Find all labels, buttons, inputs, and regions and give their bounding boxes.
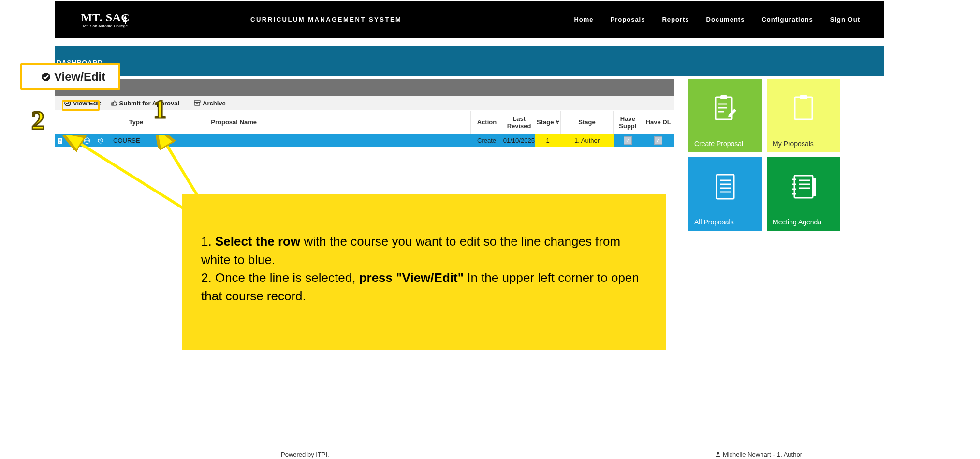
svg-point-39 <box>717 452 719 455</box>
row-stage: 1. Author <box>560 134 614 147</box>
table-header: Type Proposal Name Action Last Revised S… <box>55 111 674 135</box>
brand-subtitle: Mt. San Antonio College <box>83 24 128 28</box>
footer-sep: - <box>773 451 775 458</box>
row-have-dl: ✓ <box>642 134 674 147</box>
tile-my-proposals[interactable]: My Proposals <box>767 79 840 152</box>
svg-line-38 <box>76 141 198 218</box>
submit-approval-label: Submit for Approval <box>119 100 179 107</box>
dashboard-tiles: Create Proposal My Proposals All Proposa… <box>688 79 840 231</box>
callout-viewedit-label: View/Edit <box>54 70 105 84</box>
archive-label: Archive <box>203 100 226 107</box>
instr-2-bold: press "View/Edit" <box>359 270 464 285</box>
footer-user-role: 1. Author <box>777 451 802 458</box>
svg-rect-21 <box>800 95 807 99</box>
document-icon[interactable] <box>57 137 63 144</box>
nav-links: Home Proposals Reports Documents Configu… <box>574 16 860 23</box>
col-name[interactable]: Proposal Name <box>167 111 471 134</box>
tile-create-proposal[interactable]: Create Proposal <box>688 79 762 152</box>
checked-icon: ✓ <box>624 136 632 145</box>
nav-signout[interactable]: Sign Out <box>830 16 860 23</box>
svg-point-36 <box>42 73 50 81</box>
nav-proposals[interactable]: Proposals <box>611 16 645 23</box>
row-action: Create <box>470 134 503 147</box>
brand-logo: MT. SAC Mt. San Antonio College <box>55 12 156 28</box>
tile-create-label: Create Proposal <box>694 140 743 148</box>
instruction-line-1: 1. Select the row with the course you wa… <box>201 233 642 269</box>
instr-1-prefix: 1. <box>201 234 215 249</box>
col-name-label: Proposal Name <box>211 119 257 126</box>
instr-2-prefix: 2. Once the line is selected, <box>201 270 359 285</box>
callout-viewedit-box: View/Edit <box>20 63 120 90</box>
check-circle-icon <box>41 72 51 82</box>
footer: Powered by ITPI. Michelle Newhart - 1. A… <box>55 449 884 459</box>
tile-agenda-label: Meeting Agenda <box>773 218 821 226</box>
history-icon[interactable] <box>97 137 104 144</box>
row-have-suppl: ✓ <box>614 134 642 147</box>
svg-rect-0 <box>125 22 126 24</box>
archive-button[interactable]: Archive <box>194 100 226 107</box>
footer-powered-by: Powered by ITPI. <box>281 451 329 458</box>
annotation-number-1: 1 <box>153 96 166 122</box>
dashboard-bar: DASHBOARD <box>55 46 884 76</box>
clipboard-pencil-icon <box>713 94 737 122</box>
col-stage[interactable]: Stage <box>561 111 614 134</box>
col-have-dl[interactable]: Have DL <box>642 111 674 134</box>
nav-home[interactable]: Home <box>574 16 593 23</box>
checked-icon: ✓ <box>654 136 662 145</box>
tile-my-label: My Proposals <box>773 140 814 148</box>
row-name <box>168 134 471 147</box>
globe-icon[interactable] <box>84 137 90 144</box>
print-icon[interactable] <box>70 137 77 144</box>
row-stage-number: 1 <box>535 134 561 147</box>
tile-all-proposals[interactable]: All Proposals <box>688 157 762 231</box>
notebook-icon <box>790 174 817 200</box>
col-stage-number[interactable]: Stage # <box>535 111 560 134</box>
svg-rect-16 <box>720 95 727 99</box>
logo-tree-icon <box>120 15 130 24</box>
col-have-suppl[interactable]: Have Suppl <box>614 111 642 134</box>
footer-user-block: Michelle Newhart - 1. Author <box>715 451 802 458</box>
instr-1-bold: Select the row <box>215 234 300 249</box>
nav-reports[interactable]: Reports <box>662 16 689 23</box>
row-type: COURSE <box>105 134 168 147</box>
svg-rect-35 <box>813 178 816 196</box>
svg-rect-22 <box>717 175 734 199</box>
footer-user-name: Michelle Newhart <box>723 451 771 458</box>
nav-config[interactable]: Configurations <box>761 16 813 23</box>
svg-rect-9 <box>72 138 75 140</box>
archive-icon <box>194 100 201 106</box>
app-title: CURRICULUM MANAGEMENT SYSTEM <box>250 16 402 23</box>
instruction-line-2: 2. Once the line is selected, press "Vie… <box>201 269 642 305</box>
top-nav-bar: MT. SAC Mt. San Antonio College CURRICUL… <box>55 1 884 38</box>
col-action[interactable]: Action <box>471 111 503 134</box>
panel-header-strip <box>55 79 674 96</box>
row-last-revised: 01/10/2025 <box>503 134 535 147</box>
document-lines-icon <box>715 174 736 200</box>
col-last-revised[interactable]: Last Revised <box>503 111 536 134</box>
table-row[interactable]: COURSE Create 01/10/2025 1 1. Author ✓ ✓ <box>55 134 674 147</box>
instructions-callout: 1. Select the row with the course you wa… <box>182 194 666 350</box>
nav-documents[interactable]: Documents <box>706 16 745 23</box>
row-icon-cell <box>55 134 105 147</box>
user-icon <box>715 451 721 457</box>
tile-meeting-agenda[interactable]: Meeting Agenda <box>767 157 840 231</box>
toolbar: View/Edit Submit for Approval Archive <box>55 96 674 110</box>
callout-toolbar-highlight <box>62 100 100 111</box>
submit-approval-button[interactable]: Submit for Approval <box>111 100 179 107</box>
clipboard-icon <box>792 94 815 122</box>
svg-rect-27 <box>794 176 813 198</box>
annotation-number-2: 2 <box>31 107 44 133</box>
tile-all-label: All Proposals <box>694 218 734 226</box>
svg-rect-20 <box>795 97 812 119</box>
col-icons <box>55 111 105 134</box>
thumbs-up-icon <box>111 100 117 106</box>
